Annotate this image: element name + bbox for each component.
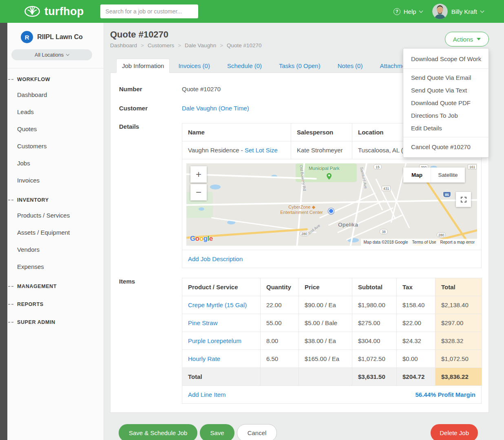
chevron-down-icon	[480, 9, 484, 13]
add-line-item-link[interactable]: Add Line Item	[188, 391, 226, 398]
location-selector-label: All Locations	[35, 52, 64, 58]
map-container: Municipal Park CyberZone Entertainment C…	[182, 159, 482, 250]
top-navbar: turfhop ? Help	[0, 0, 504, 23]
section-icon	[8, 79, 13, 80]
poi-marker-icon	[312, 206, 315, 209]
route-shield: 431	[382, 186, 391, 191]
total-cell: $297.00	[435, 314, 482, 332]
quantity-cell: 55.00	[261, 314, 299, 332]
sidebar-item-vendors[interactable]: Vendors	[0, 241, 104, 258]
nav-section-management[interactable]: MANAGEMENT	[0, 275, 104, 293]
sidebar-item-invoices[interactable]: Invoices	[0, 172, 104, 189]
total-cell: $1,072.50	[435, 350, 482, 368]
set-lot-size-link[interactable]: Set Lot Size	[245, 147, 278, 154]
save-schedule-job-button[interactable]: Save & Schedule Job	[119, 424, 197, 440]
breadcrumb-customer-name[interactable]: Dale Vaughn	[185, 42, 227, 48]
menu-item-send-email[interactable]: Send Quote Via Email	[403, 71, 489, 84]
subtotal-cell: $1,980.00	[352, 296, 397, 314]
add-job-description-link[interactable]: Add Job Description	[188, 255, 243, 262]
sidebar-item-expenses[interactable]: Expenses	[0, 258, 104, 275]
location-selector[interactable]: All Locations	[11, 49, 92, 60]
details-footer: Add Job Description	[182, 250, 482, 268]
nav-section-label: WORKFLOW	[17, 77, 50, 82]
zoom-in-button[interactable]: +	[190, 166, 207, 183]
subtotal-cell: $1,072.50	[352, 350, 397, 368]
map-label-city: Opelika	[338, 222, 358, 228]
search-input[interactable]	[100, 4, 198, 18]
map-view-button[interactable]: Map	[403, 167, 431, 183]
product-link[interactable]: Hourly Rate	[188, 355, 220, 362]
tab-tasks[interactable]: Tasks (0 Open)	[270, 59, 329, 73]
user-menu[interactable]: Billy Kraft	[432, 4, 484, 19]
item-row: Pine Straw 55.00 $5.00 / Bale $275.00 $2…	[182, 314, 482, 332]
items-header-quantity: Quantity	[261, 278, 299, 296]
items-box: Product / Service Quantity Price Subtota…	[182, 278, 482, 404]
company-switcher[interactable]: R RIIPL Lawn Co	[0, 23, 104, 43]
price-cell: $5.00 / Bale	[299, 314, 352, 332]
product-link[interactable]: Purple Lorepetelum	[188, 337, 241, 344]
company-name: RIIPL Lawn Co	[37, 33, 83, 41]
google-map[interactable]: Municipal Park CyberZone Entertainment C…	[186, 163, 477, 246]
sidebar-item-jobs[interactable]: Jobs	[0, 155, 104, 172]
menu-item-download-pdf[interactable]: Download Quote PDF	[403, 97, 489, 109]
save-button[interactable]: Save	[200, 424, 234, 440]
nav-section-super-admin[interactable]: SUPER ADMIN	[0, 311, 104, 329]
tab-invoices[interactable]: Invoices (0)	[170, 59, 219, 73]
map-water	[199, 207, 204, 211]
avatar	[432, 4, 448, 19]
menu-divider	[403, 137, 489, 137]
header-right: ? Help	[393, 4, 484, 19]
report-map-error-link[interactable]: Report a map error	[440, 240, 475, 244]
sidebar-item-quotes[interactable]: Quotes	[0, 121, 104, 138]
menu-item-edit-details[interactable]: Edit Details	[403, 122, 489, 134]
tab-job-information[interactable]: Job Information	[116, 59, 170, 73]
tax-cell: $158.40	[397, 296, 435, 314]
google-logo[interactable]: Google	[190, 235, 213, 243]
item-row: Hourly Rate 6.50 $165.00 / Ea $1,072.50 …	[182, 350, 482, 368]
sidebar-item-customers[interactable]: Customers	[0, 138, 104, 155]
cancel-button[interactable]: Cancel	[237, 424, 277, 440]
breadcrumb-customers[interactable]: Customers	[148, 42, 185, 48]
zoom-out-button[interactable]: −	[190, 184, 207, 200]
nav-section-label: MANAGEMENT	[17, 284, 57, 289]
delete-job-button[interactable]: Delete Job	[431, 424, 478, 440]
sidebar-item-leads[interactable]: Leads	[0, 103, 104, 121]
items-table: Product / Service Quantity Price Subtota…	[182, 278, 482, 386]
details-header-name: Name	[182, 123, 291, 141]
customer-link[interactable]: Dale Vaughn	[182, 105, 217, 112]
menu-item-send-text[interactable]: Send Quote Via Text	[403, 84, 489, 97]
satellite-view-button[interactable]: Satellite	[431, 167, 465, 183]
nav-section-reports[interactable]: REPORTS	[0, 293, 104, 311]
park-pin-icon	[327, 173, 332, 181]
items-header-price: Price	[299, 278, 352, 296]
nav-section-label: SUPER ADMIN	[17, 319, 55, 325]
fullscreen-button[interactable]	[456, 192, 471, 207]
quantity-cell: 8.00	[261, 332, 299, 350]
map-water	[210, 185, 221, 189]
tab-schedule[interactable]: Schedule (0)	[219, 59, 270, 73]
nav-section-inventory: INVENTORY	[0, 189, 104, 207]
menu-item-directions[interactable]: Directions To Job	[403, 109, 489, 122]
terms-of-use-link[interactable]: Terms of Use	[412, 240, 436, 244]
product-link[interactable]: Crepe Myrtle (15 Gal)	[188, 301, 247, 308]
menu-item-download-scope[interactable]: Download Scope Of Work	[403, 52, 489, 66]
section-icon	[8, 322, 13, 323]
customer-type-link[interactable]: (One Time)	[219, 105, 249, 112]
menu-item-cancel-quote[interactable]: Cancel Quote #10270	[403, 140, 489, 154]
sidebar-item-dashboard[interactable]: Dashboard	[0, 86, 104, 103]
map-data-credit: Map data ©2018 Google	[363, 240, 408, 244]
actions-button[interactable]: Actions	[445, 32, 489, 46]
details-name-cell: Vaughn Residence - Set Lot Size	[182, 141, 291, 159]
tab-notes[interactable]: Notes (0)	[329, 59, 371, 73]
brand-logo[interactable]: turfhop	[24, 4, 84, 19]
breadcrumb-dashboard[interactable]: Dashboard	[110, 42, 148, 48]
actions-button-label: Actions	[453, 36, 473, 43]
chevron-down-icon	[419, 9, 423, 13]
sidebar-item-assets-equipment[interactable]: Assets / Equipment	[0, 224, 104, 241]
number-label: Number	[119, 86, 182, 92]
product-link[interactable]: Pine Straw	[188, 319, 218, 326]
price-cell: $165.00 / Ea	[299, 350, 352, 368]
help-menu[interactable]: ? Help	[393, 8, 422, 15]
total-cell: $2,138.40	[435, 296, 482, 314]
sidebar-item-products-services[interactable]: Products / Services	[0, 207, 104, 224]
